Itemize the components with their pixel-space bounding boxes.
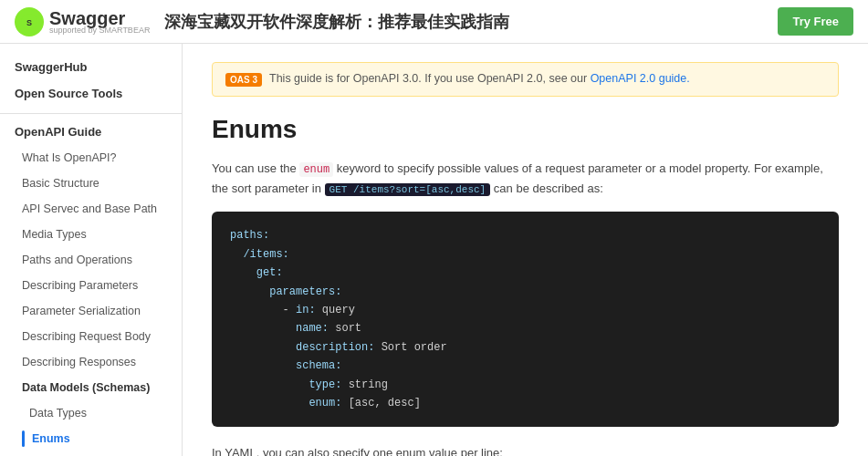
svg-text:S: S [26,18,32,27]
oas-badge: OAS 3 [225,73,262,87]
sidebar-item-dicts[interactable]: Dictionaries, Hashmaps, [0,451,182,456]
oas-notice: OAS 3 This guide is for OpenAPI 3.0. If … [212,62,839,97]
swagger-logo-icon: S [15,7,44,36]
sidebar-item-describing-responses[interactable]: Describing Responses [0,349,182,375]
oas-notice-text: This guide is for OpenAPI 3.0. If you us… [269,72,690,85]
swagger-logo: S Swagger supported by SMARTBEAR [15,7,150,36]
top-banner: S Swagger supported by SMARTBEAR 深海宝藏双开软… [0,0,868,44]
sidebar-item-param-serial[interactable]: Parameter Serialization [0,298,182,324]
sidebar-item-enums[interactable]: Enums [0,426,182,451]
try-free-button[interactable]: Try Free [778,7,853,36]
sidebar-item-media-types[interactable]: Media Types [0,222,182,247]
code-block-1: paths: /items: get: parameters: - in: qu… [212,212,839,427]
sidebar-item-data-models[interactable]: Data Models (Schemas) [0,375,182,400]
banner-left: S Swagger supported by SMARTBEAR 深海宝藏双开软… [15,7,509,36]
main-layout: SwaggerHub Open Source Tools OpenAPI Gui… [0,44,868,456]
oas-link[interactable]: OpenAPI 2.0 guide. [591,72,690,85]
content-area: OAS 3 This guide is for OpenAPI 3.0. If … [183,44,868,456]
sidebar-item-data-types[interactable]: Data Types [0,400,182,426]
enum-keyword: enum [299,162,333,177]
para1-start: You can use the [212,161,297,175]
app-wrapper: S Swagger supported by SMARTBEAR 深海宝藏双开软… [0,0,868,456]
sidebar-item-open-source-tools[interactable]: Open Source Tools [0,81,182,108]
para2: In YAML, you can also specify one enum v… [212,443,839,456]
sidebar-divider-1 [0,113,182,114]
para1-tail: can be described as: [494,181,603,195]
sidebar-item-request-body[interactable]: Describing Request Body [0,324,182,349]
sidebar-item-swaggerhub[interactable]: SwaggerHub [0,55,182,81]
sidebar-item-describing-params[interactable]: Describing Parameters [0,273,182,298]
page-title: Enums [212,115,839,144]
sidebar-item-what-is-openapi[interactable]: What Is OpenAPI? [0,145,182,171]
active-bar [22,430,25,447]
sidebar-item-paths-operations[interactable]: Paths and Operations [0,247,182,273]
get-example-code: GET /items?sort=[asc,desc] [325,183,491,196]
sidebar-item-api-server[interactable]: API Servec and Base Path [0,196,182,222]
sidebar-item-basic-structure[interactable]: Basic Structure [0,171,182,196]
banner-title: 深海宝藏双开软件深度解析：推荐最佳实践指南 [164,11,509,33]
intro-paragraph: You can use the enum keyword to specify … [212,159,839,199]
smartbear-text: supported by SMARTBEAR [49,26,150,35]
swagger-brand: Swagger supported by SMARTBEAR [49,8,150,35]
sidebar-item-openapi-guide[interactable]: OpenAPI Guide [0,119,182,146]
sidebar: SwaggerHub Open Source Tools OpenAPI Gui… [0,44,183,456]
